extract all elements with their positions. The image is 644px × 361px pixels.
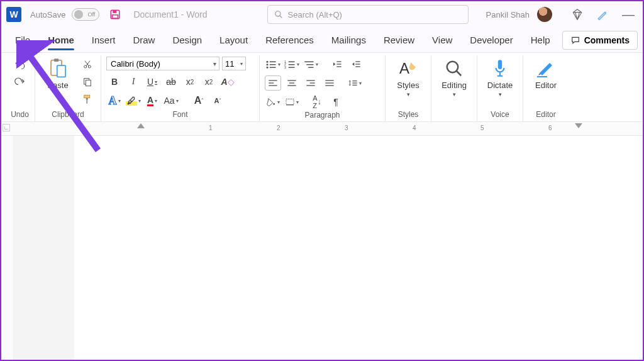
svg-point-14: [267, 61, 269, 63]
paragraph-group-label: Paragraph: [265, 109, 380, 122]
subscript-button[interactable]: x2: [182, 74, 198, 89]
minimize-button[interactable]: —: [618, 4, 638, 25]
undo-button[interactable]: [12, 57, 28, 72]
chevron-down-icon[interactable]: ▾: [453, 91, 456, 97]
group-paragraph: ▾ 123▾ ▾ ▾ ▾ ▾ AZ↓ ¶: [260, 55, 386, 121]
show-marks-button[interactable]: ¶: [328, 94, 344, 109]
shrink-font-button[interactable]: Aˇ: [209, 93, 226, 108]
line-spacing-button[interactable]: ▾: [347, 75, 363, 91]
horizontal-ruler[interactable]: ∟ 1 2 3 4 5 6: [1, 122, 643, 136]
grow-font-button[interactable]: Aˆ: [191, 93, 207, 108]
highlight-button[interactable]: 🖊▾: [125, 93, 142, 108]
svg-point-50: [273, 103, 275, 105]
bullets-button[interactable]: ▾: [265, 57, 281, 72]
tab-view[interactable]: View: [423, 30, 461, 50]
clear-format-button[interactable]: A◇: [219, 74, 236, 89]
paste-label: Paste: [47, 81, 68, 90]
tab-layout[interactable]: Layout: [211, 30, 257, 50]
user-name[interactable]: Pankil Shah: [486, 10, 530, 19]
shading-button[interactable]: ▾: [265, 94, 281, 109]
editor-button[interactable]: Editor: [528, 57, 564, 91]
pen-icon[interactable]: [592, 4, 613, 25]
group-editor: Editor Editor: [523, 55, 569, 121]
justify-button[interactable]: [321, 75, 338, 91]
font-color-button[interactable]: A▾: [144, 93, 160, 108]
svg-line-55: [457, 71, 462, 76]
tab-selector[interactable]: ∟: [3, 124, 10, 131]
document-page[interactable]: [74, 136, 643, 360]
format-painter-button[interactable]: [79, 92, 96, 107]
superscript-button[interactable]: x2: [201, 74, 217, 89]
user-avatar[interactable]: [537, 7, 552, 22]
tab-references[interactable]: References: [257, 30, 323, 50]
editing-button[interactable]: Editing ▾: [436, 57, 472, 99]
save-icon[interactable]: [109, 9, 121, 20]
svg-rect-51: [286, 99, 294, 104]
ribbon-tabs: File Home Insert Draw Design Layout Refe…: [1, 28, 643, 53]
paste-button[interactable]: Paste ▾: [40, 57, 75, 99]
align-left-button[interactable]: [265, 75, 281, 91]
tab-mailings[interactable]: Mailings: [323, 30, 375, 50]
tab-help[interactable]: Help: [522, 30, 559, 50]
chevron-down-icon[interactable]: ▾: [57, 91, 60, 97]
editor-group-label: Editor: [528, 109, 564, 121]
group-styles: A Styles ▾ Styles: [386, 55, 431, 121]
svg-text:3: 3: [284, 65, 286, 69]
copy-button[interactable]: [79, 74, 96, 89]
change-case-button[interactable]: Aa▾: [163, 93, 179, 108]
text-effects-button[interactable]: A▾: [106, 93, 123, 108]
align-right-button[interactable]: [303, 75, 319, 91]
chevron-down-icon[interactable]: ▾: [407, 91, 410, 97]
ruler-tick: 4: [413, 125, 416, 131]
increase-indent-button[interactable]: [348, 57, 364, 72]
svg-point-3: [275, 11, 280, 16]
strikethrough-button[interactable]: ab: [163, 74, 179, 89]
styles-group-label: Styles: [391, 109, 426, 121]
svg-point-16: [267, 64, 269, 65]
borders-button[interactable]: ▾: [284, 94, 300, 109]
numbering-button[interactable]: 123▾: [284, 57, 300, 72]
sort-button[interactable]: AZ↓: [309, 94, 325, 109]
tab-review[interactable]: Review: [375, 30, 423, 50]
tab-design[interactable]: Design: [164, 30, 211, 50]
multilevel-button[interactable]: ▾: [303, 57, 319, 72]
group-clipboard: Paste ▾ Clipboard: [35, 55, 101, 121]
underline-button[interactable]: U▾: [144, 74, 160, 89]
ruler-tick: 2: [277, 125, 280, 131]
italic-button[interactable]: I: [125, 74, 142, 89]
font-name-combo[interactable]: Calibri (Body): [106, 57, 219, 70]
editor-icon: [535, 58, 557, 79]
decrease-indent-button[interactable]: [329, 57, 345, 72]
svg-rect-7: [57, 65, 65, 77]
tab-insert[interactable]: Insert: [83, 30, 125, 50]
redo-button[interactable]: [12, 74, 28, 89]
bold-button[interactable]: B: [106, 74, 123, 89]
font-size-combo[interactable]: 11▾: [222, 57, 246, 70]
search-placeholder: Search (Alt+Q): [288, 10, 342, 19]
page-gutter: [14, 136, 74, 360]
autosave-toggle[interactable]: Off: [72, 8, 99, 21]
styles-button[interactable]: A Styles ▾: [391, 57, 426, 99]
undo-group-label: Undo: [10, 109, 30, 121]
cut-button[interactable]: [79, 57, 96, 72]
tab-draw[interactable]: Draw: [124, 30, 164, 50]
microphone-icon: [489, 58, 511, 79]
ruler-tick: 1: [209, 125, 213, 131]
chevron-down-icon[interactable]: ▾: [499, 91, 502, 97]
svg-rect-56: [498, 60, 502, 69]
right-indent-marker[interactable]: [575, 123, 582, 128]
dictate-button[interactable]: Dictate ▾: [482, 57, 518, 99]
tab-developer[interactable]: Developer: [461, 30, 521, 50]
align-center-button[interactable]: [284, 75, 300, 91]
tab-file[interactable]: File: [6, 30, 39, 50]
tab-home[interactable]: Home: [39, 30, 83, 50]
search-box[interactable]: Search (Alt+Q): [267, 5, 469, 24]
svg-rect-2: [113, 15, 118, 18]
vertical-ruler[interactable]: [1, 136, 14, 360]
document-title: Document1 - Word: [133, 9, 207, 19]
comments-button[interactable]: Comments: [562, 31, 638, 50]
group-editing: Editing ▾: [431, 55, 477, 121]
comments-label: Comments: [584, 35, 630, 45]
indent-marker[interactable]: [137, 123, 145, 128]
diamond-icon[interactable]: [567, 4, 587, 25]
